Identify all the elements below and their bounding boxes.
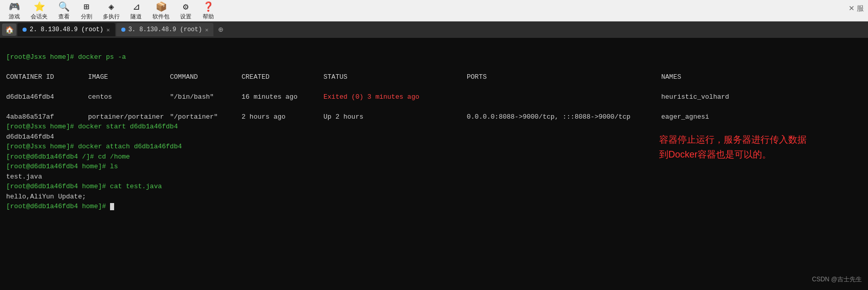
menu-tunnel-label: 隧道 — [131, 13, 142, 20]
chat-icon: ⭐ — [34, 1, 45, 12]
docker-row2: 4aba86a517afportainer/portainer"/portain… — [6, 113, 709, 121]
prompt-3: [root@Jsxs home]# docker attach d6db1a46… — [6, 143, 182, 150]
row2-names: eager_agnesi — [661, 113, 709, 121]
menu-multitask[interactable]: ◈ 多执行 — [99, 0, 124, 21]
menu-packages-label: 软件包 — [153, 13, 169, 20]
row1-names: heuristic_volhard — [661, 93, 729, 101]
menu-view-label: 查看 — [58, 13, 70, 20]
row1-command: "/bin/bash" — [170, 92, 242, 102]
annotation-box: 容器停止运行，服务器进行传入数据 到Docker容器也是可以的。 — [659, 132, 807, 162]
prompt-final: [root@d6db1a46fdb4 home]# — [6, 203, 110, 210]
view-icon: 🔍 — [58, 1, 70, 12]
prompt-5: [root@d6db1a46fdb4 home]# ls — [6, 163, 118, 170]
game-icon: 🎮 — [9, 1, 20, 12]
split-icon: ⊞ — [84, 1, 90, 12]
tab-2[interactable]: 3. 8.130.48.9 (root) ✕ — [116, 23, 214, 36]
terminal-content: [root@Jsxs home]# docker ps -a CONTAINER… — [6, 42, 862, 221]
tunnel-icon: ⊿ — [133, 1, 140, 12]
terminal-wrapper: 器 g ory [root@Jsxs home]# docker ps -a C… — [0, 38, 868, 290]
menu-chat-label: 会话夹 — [31, 13, 48, 20]
packages-icon: 📦 — [156, 1, 167, 12]
row2-status: Up 2 hours — [323, 112, 467, 122]
menu-split[interactable]: ⊞ 分割 — [76, 0, 97, 21]
tab-2-close[interactable]: ✕ — [205, 27, 209, 33]
tab-2-indicator — [121, 28, 125, 32]
menu-tunnel[interactable]: ⊿ 隧道 — [126, 0, 146, 21]
menu-help-label: 帮助 — [203, 13, 214, 20]
cmd5-output: test.java — [6, 173, 42, 181]
terminal[interactable]: [root@Jsxs home]# docker ps -a CONTAINER… — [0, 38, 868, 290]
menu-split-label: 分割 — [81, 13, 92, 20]
prompt-1: [root@Jsxs home]# docker ps -a — [6, 53, 126, 61]
tab-bar: 🏠 2. 8.130.48.9 (root) ✕ 3. 8.130.48.9 (… — [0, 21, 868, 38]
prompt-4: [root@d6db1a46fdb4 /]# cd /home — [6, 153, 130, 161]
tab-2-label: 3. 8.130.48.9 (root) — [128, 26, 202, 33]
docker-row1: d6db1a46fdb4centos"/bin/bash"16 minutes … — [6, 93, 729, 101]
menu-game-label: 游戏 — [9, 13, 20, 20]
cmd6-output: hello,AliYun Update; — [6, 193, 86, 200]
row2-image: portainer/portainer — [88, 112, 170, 122]
row1-created: 16 minutes ago — [242, 92, 323, 102]
csdn-watermark: CSDN @吉士先生 — [812, 275, 862, 284]
menu-settings[interactable]: ⚙ 设置 — [176, 0, 196, 21]
tab-1-label: 2. 8.130.48.9 (root) — [30, 26, 103, 33]
menu-help[interactable]: ❓ 帮助 — [198, 0, 219, 21]
docker-ps-header: CONTAINER IDIMAGECOMMANDCREATEDSTATUSPOR… — [6, 73, 681, 81]
menu-chat[interactable]: ⭐ 会话夹 — [27, 0, 52, 21]
multitask-icon: ◈ — [108, 1, 114, 12]
menu-view[interactable]: 🔍 查看 — [54, 0, 74, 21]
prompt-6: [root@d6db1a46fdb4 home]# cat test.java — [6, 183, 162, 190]
tab-1[interactable]: 2. 8.130.48.9 (root) ✕ — [17, 23, 115, 36]
tab-home-button[interactable]: 🏠 — [2, 24, 16, 36]
row1-image: centos — [88, 92, 170, 102]
close-button[interactable]: ✕ 服 — [849, 4, 864, 13]
row2-ports: 0.0.0.0:8088->9000/tcp, :::8088->9000/tc… — [467, 112, 661, 122]
cmd2-output: d6db1a46fdb4 — [6, 133, 54, 141]
menu-settings-label: 设置 — [180, 13, 191, 20]
menu-bar: 🎮 游戏 ⭐ 会话夹 🔍 查看 ⊞ 分割 ◈ 多执行 ⊿ 隧道 📦 软件包 ⚙ … — [0, 0, 868, 21]
annotation-line2: 到Docker容器也是可以的。 — [659, 147, 807, 162]
help-icon: ❓ — [203, 1, 214, 12]
menu-packages[interactable]: 📦 软件包 — [148, 0, 173, 21]
cursor — [110, 203, 114, 210]
prompt-2: [root@Jsxs home]# docker start d6db1a46f… — [6, 123, 178, 130]
menu-game[interactable]: 🎮 游戏 — [4, 0, 25, 21]
row2-command: "/portainer" — [170, 112, 242, 122]
tab-1-close[interactable]: ✕ — [106, 27, 110, 33]
row1-status: Exited (0) 3 minutes ago — [323, 92, 467, 102]
settings-icon: ⚙ — [183, 1, 189, 12]
tab-1-indicator — [23, 28, 27, 32]
row1-id: d6db1a46fdb4 — [6, 92, 88, 102]
menu-multitask-label: 多执行 — [103, 13, 120, 20]
new-tab-button[interactable]: ⊕ — [214, 24, 227, 36]
row2-id: 4aba86a517af — [6, 112, 88, 122]
annotation-line1: 容器停止运行，服务器进行传入数据 — [659, 132, 807, 147]
row2-created: 2 hours ago — [242, 112, 323, 122]
